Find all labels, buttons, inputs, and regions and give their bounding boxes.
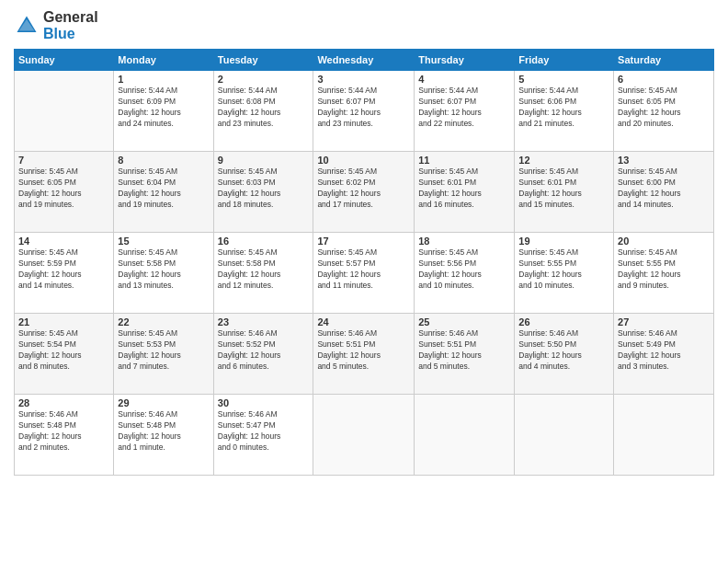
calendar-day-cell: 19Sunrise: 5:45 AMSunset: 5:55 PMDayligh… [515, 233, 614, 314]
calendar-day-cell: 3Sunrise: 5:44 AMSunset: 6:07 PMDaylight… [313, 71, 415, 152]
day-info: Sunrise: 5:45 AMSunset: 6:04 PMDaylight:… [118, 167, 209, 211]
day-number: 21 [18, 316, 109, 327]
day-info: Sunrise: 5:45 AMSunset: 6:01 PMDaylight:… [418, 167, 510, 211]
day-number: 29 [118, 397, 209, 408]
calendar-day-cell: 10Sunrise: 5:45 AMSunset: 6:02 PMDayligh… [313, 152, 415, 233]
calendar-week-row: 28Sunrise: 5:46 AMSunset: 5:48 PMDayligh… [15, 395, 714, 476]
weekday-header: Monday [114, 50, 213, 71]
calendar-day-cell: 5Sunrise: 5:44 AMSunset: 6:06 PMDaylight… [515, 71, 614, 152]
calendar-day-cell: 22Sunrise: 5:45 AMSunset: 5:53 PMDayligh… [114, 314, 213, 395]
day-info: Sunrise: 5:45 AMSunset: 6:05 PMDaylight:… [18, 167, 109, 211]
day-info: Sunrise: 5:44 AMSunset: 6:07 PMDaylight:… [317, 86, 410, 130]
day-info: Sunrise: 5:45 AMSunset: 6:03 PMDaylight:… [218, 167, 310, 211]
weekday-header: Tuesday [213, 50, 313, 71]
day-number: 17 [317, 236, 410, 247]
logo: General Blue [14, 9, 98, 41]
day-number: 20 [618, 236, 710, 247]
day-info: Sunrise: 5:45 AMSunset: 5:55 PMDaylight:… [518, 247, 609, 292]
day-info: Sunrise: 5:45 AMSunset: 5:56 PMDaylight:… [418, 247, 510, 292]
day-info: Sunrise: 5:44 AMSunset: 6:07 PMDaylight:… [418, 86, 510, 130]
day-info: Sunrise: 5:45 AMSunset: 6:00 PMDaylight:… [618, 167, 710, 211]
day-info: Sunrise: 5:45 AMSunset: 6:05 PMDaylight:… [618, 86, 710, 130]
calendar-day-cell [415, 395, 515, 476]
calendar-day-cell [15, 71, 114, 152]
day-number: 3 [317, 74, 410, 85]
day-number: 18 [418, 236, 510, 247]
calendar-day-cell: 24Sunrise: 5:46 AMSunset: 5:51 PMDayligh… [313, 314, 415, 395]
day-info: Sunrise: 5:45 AMSunset: 6:02 PMDaylight:… [317, 167, 410, 211]
day-number: 7 [18, 155, 109, 166]
calendar-day-cell: 25Sunrise: 5:46 AMSunset: 5:51 PMDayligh… [415, 314, 515, 395]
day-number: 23 [218, 316, 310, 327]
calendar-day-cell: 27Sunrise: 5:46 AMSunset: 5:49 PMDayligh… [614, 314, 714, 395]
day-number: 12 [518, 155, 609, 166]
day-info: Sunrise: 5:46 AMSunset: 5:50 PMDaylight:… [518, 328, 609, 373]
day-number: 27 [618, 316, 710, 327]
logo-text: General Blue [43, 9, 98, 41]
calendar-day-cell: 29Sunrise: 5:46 AMSunset: 5:48 PMDayligh… [114, 395, 213, 476]
calendar-day-cell: 11Sunrise: 5:45 AMSunset: 6:01 PMDayligh… [415, 152, 515, 233]
day-number: 10 [317, 155, 410, 166]
day-number: 4 [418, 74, 510, 85]
day-number: 22 [118, 316, 209, 327]
weekday-header: Thursday [415, 50, 515, 71]
day-info: Sunrise: 5:45 AMSunset: 5:55 PMDaylight:… [618, 247, 710, 292]
day-number: 30 [218, 397, 310, 408]
calendar-day-cell [614, 395, 714, 476]
day-number: 5 [518, 74, 609, 85]
calendar-day-cell: 18Sunrise: 5:45 AMSunset: 5:56 PMDayligh… [415, 233, 515, 314]
day-info: Sunrise: 5:46 AMSunset: 5:51 PMDaylight:… [317, 328, 410, 373]
day-number: 24 [317, 316, 410, 327]
calendar-day-cell: 4Sunrise: 5:44 AMSunset: 6:07 PMDaylight… [415, 71, 515, 152]
day-number: 1 [118, 74, 209, 85]
day-number: 28 [18, 397, 109, 408]
day-number: 6 [618, 74, 710, 85]
calendar-table: SundayMondayTuesdayWednesdayThursdayFrid… [14, 49, 714, 476]
calendar-day-cell: 30Sunrise: 5:46 AMSunset: 5:47 PMDayligh… [213, 395, 313, 476]
calendar-day-cell: 6Sunrise: 5:45 AMSunset: 6:05 PMDaylight… [614, 71, 714, 152]
day-info: Sunrise: 5:45 AMSunset: 5:53 PMDaylight:… [118, 328, 209, 373]
weekday-header: Wednesday [313, 50, 415, 71]
calendar-week-row: 7Sunrise: 5:45 AMSunset: 6:05 PMDaylight… [15, 152, 714, 233]
day-info: Sunrise: 5:46 AMSunset: 5:51 PMDaylight:… [418, 328, 510, 373]
day-number: 15 [118, 236, 209, 247]
calendar-day-cell: 14Sunrise: 5:45 AMSunset: 5:59 PMDayligh… [15, 233, 114, 314]
day-info: Sunrise: 5:44 AMSunset: 6:09 PMDaylight:… [118, 86, 209, 130]
calendar-day-cell: 12Sunrise: 5:45 AMSunset: 6:01 PMDayligh… [515, 152, 614, 233]
calendar-day-cell: 13Sunrise: 5:45 AMSunset: 6:00 PMDayligh… [614, 152, 714, 233]
day-number: 14 [18, 236, 109, 247]
logo-icon [14, 13, 40, 39]
day-info: Sunrise: 5:45 AMSunset: 5:58 PMDaylight:… [218, 247, 310, 292]
day-info: Sunrise: 5:46 AMSunset: 5:48 PMDaylight:… [118, 409, 209, 454]
weekday-header: Friday [515, 50, 614, 71]
day-number: 9 [218, 155, 310, 166]
weekday-header: Saturday [614, 50, 714, 71]
calendar-day-cell: 23Sunrise: 5:46 AMSunset: 5:52 PMDayligh… [213, 314, 313, 395]
calendar-day-cell: 28Sunrise: 5:46 AMSunset: 5:48 PMDayligh… [15, 395, 114, 476]
weekday-header: Sunday [15, 50, 114, 71]
day-info: Sunrise: 5:46 AMSunset: 5:52 PMDaylight:… [218, 328, 310, 373]
day-info: Sunrise: 5:45 AMSunset: 5:57 PMDaylight:… [317, 247, 410, 292]
day-number: 8 [118, 155, 209, 166]
day-info: Sunrise: 5:45 AMSunset: 5:54 PMDaylight:… [18, 328, 109, 373]
calendar-day-cell [515, 395, 614, 476]
calendar-day-cell: 15Sunrise: 5:45 AMSunset: 5:58 PMDayligh… [114, 233, 213, 314]
day-number: 13 [618, 155, 710, 166]
day-number: 11 [418, 155, 510, 166]
page: General Blue SundayMondayTuesdayWednesda… [0, 0, 728, 563]
day-info: Sunrise: 5:44 AMSunset: 6:08 PMDaylight:… [218, 86, 310, 130]
day-info: Sunrise: 5:46 AMSunset: 5:49 PMDaylight:… [618, 328, 710, 373]
calendar-day-cell: 17Sunrise: 5:45 AMSunset: 5:57 PMDayligh… [313, 233, 415, 314]
day-number: 25 [418, 316, 510, 327]
calendar-day-cell: 2Sunrise: 5:44 AMSunset: 6:08 PMDaylight… [213, 71, 313, 152]
day-info: Sunrise: 5:46 AMSunset: 5:48 PMDaylight:… [18, 409, 109, 454]
calendar-day-cell: 7Sunrise: 5:45 AMSunset: 6:05 PMDaylight… [15, 152, 114, 233]
day-info: Sunrise: 5:44 AMSunset: 6:06 PMDaylight:… [518, 86, 609, 130]
day-number: 26 [518, 316, 609, 327]
calendar-day-cell: 8Sunrise: 5:45 AMSunset: 6:04 PMDaylight… [114, 152, 213, 233]
calendar-day-cell: 16Sunrise: 5:45 AMSunset: 5:58 PMDayligh… [213, 233, 313, 314]
calendar-header-row: SundayMondayTuesdayWednesdayThursdayFrid… [15, 50, 714, 71]
calendar-week-row: 1Sunrise: 5:44 AMSunset: 6:09 PMDaylight… [15, 71, 714, 152]
day-number: 2 [218, 74, 310, 85]
header: General Blue [14, 9, 714, 41]
